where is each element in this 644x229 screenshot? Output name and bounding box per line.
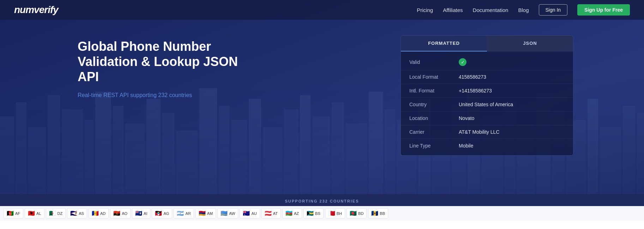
flag-code: AU: [251, 211, 257, 216]
result-row-valid: Valid ✓: [401, 54, 573, 70]
flag-emoji: 🇦🇮: [135, 210, 142, 217]
nav-blog[interactable]: Blog: [518, 7, 529, 13]
flag-item-ao[interactable]: 🇦🇴AO: [110, 208, 131, 218]
hero-section: Global Phone Number Validation & Lookup …: [0, 0, 644, 194]
hero-title: Global Phone Number Validation & Lookup …: [78, 39, 254, 85]
flag-emoji: 🇦🇹: [265, 210, 272, 217]
countries-flags-list: 🇦🇫AF🇦🇱AL🇩🇿DZ🇦🇸AS🇦🇩AD🇦🇴AO🇦🇮AI🇦🇬AG🇦🇷AR🇦🇲AM…: [0, 206, 644, 221]
signup-button[interactable]: Sign Up for Free: [577, 4, 630, 16]
nav-links: Pricing Affiliates Documentation Blog Si…: [417, 4, 630, 16]
countries-bar: SUPPORTING 232 COUNTRIES 🇦🇫AF🇦🇱AL🇩🇿DZ🇦🇸A…: [0, 194, 644, 221]
tab-json[interactable]: JSON: [487, 36, 573, 52]
flag-emoji: 🇦🇱: [28, 210, 35, 217]
flag-emoji: 🇧🇧: [371, 210, 378, 217]
value-intl-format: +14158586273: [459, 88, 492, 94]
flag-emoji: 🇩🇿: [49, 210, 56, 217]
flag-item-at[interactable]: 🇦🇹AT: [261, 208, 281, 218]
hero-text: Global Phone Number Validation & Lookup …: [78, 39, 254, 100]
flag-emoji: 🇦🇼: [221, 210, 228, 217]
flag-emoji: 🇦🇩: [92, 210, 99, 217]
flag-code: BB: [380, 211, 385, 216]
flag-item-bb[interactable]: 🇧🇧BB: [368, 208, 388, 218]
flag-code: DZ: [58, 211, 63, 216]
flag-code: AD: [100, 211, 106, 216]
flag-item-bd[interactable]: 🇧🇩BD: [347, 208, 367, 218]
flag-emoji: 🇦🇷: [177, 210, 184, 217]
flag-item-au[interactable]: 🇦🇺AU: [240, 208, 260, 218]
flag-item-ad[interactable]: 🇦🇩AD: [89, 208, 109, 218]
flag-code: AO: [122, 211, 127, 216]
nav-documentation[interactable]: Documentation: [473, 7, 508, 13]
flag-code: AG: [163, 211, 169, 216]
result-row-country: Country United States of America: [401, 98, 573, 112]
value-local-format: 4158586273: [459, 74, 486, 80]
flag-code: AM: [207, 211, 213, 216]
result-tabs: FORMATTED JSON: [401, 36, 573, 52]
value-carrier: AT&T Mobility LLC: [459, 129, 499, 135]
flag-item-bs[interactable]: 🇧🇸BS: [303, 208, 324, 218]
flag-code: BH: [337, 211, 342, 216]
result-card: FORMATTED JSON Valid ✓ Local Format 4158…: [401, 35, 573, 156]
flag-emoji: 🇦🇺: [243, 210, 250, 217]
nav-affiliates[interactable]: Affiliates: [443, 7, 463, 13]
flag-item-al[interactable]: 🇦🇱AL: [25, 208, 44, 218]
value-country: United States of America: [459, 102, 513, 107]
nav-pricing[interactable]: Pricing: [417, 7, 433, 13]
flag-emoji: 🇦🇫: [7, 210, 14, 217]
site-logo[interactable]: numverify: [14, 4, 58, 16]
result-row-location: Location Novato: [401, 112, 573, 125]
label-carrier: Carrier: [409, 129, 459, 135]
flag-item-aw[interactable]: 🇦🇼AW: [217, 208, 238, 218]
flag-code: AS: [79, 211, 84, 216]
flag-code: AW: [229, 211, 235, 216]
flag-code: BD: [358, 211, 363, 216]
hero-subtitle: Real-time REST API supporting 232 countr…: [78, 91, 254, 100]
countries-title: SUPPORTING 232 COUNTRIES: [0, 197, 644, 206]
label-line-type: Line Type: [409, 143, 459, 149]
flag-emoji: 🇧🇸: [307, 210, 314, 217]
flag-code: AI: [144, 211, 147, 216]
result-body: Valid ✓ Local Format 4158586273 Intl. Fo…: [401, 52, 573, 155]
flag-item-dz[interactable]: 🇩🇿DZ: [46, 208, 66, 218]
flag-emoji: 🇧🇭: [328, 210, 335, 217]
flag-code: AZ: [294, 211, 299, 216]
flag-emoji: 🇦🇸: [70, 210, 77, 217]
label-valid: Valid: [409, 59, 459, 65]
value-location: Novato: [459, 115, 474, 121]
label-local-format: Local Format: [409, 74, 459, 80]
flag-item-bh[interactable]: 🇧🇭BH: [325, 208, 345, 218]
flag-item-ar[interactable]: 🇦🇷AR: [174, 208, 194, 218]
flag-item-as[interactable]: 🇦🇸AS: [67, 208, 87, 218]
value-line-type: Mobile: [459, 143, 473, 149]
result-row-intl-format: Intl. Format +14158586273: [401, 84, 573, 98]
result-row-carrier: Carrier AT&T Mobility LLC: [401, 125, 573, 139]
result-row-local-format: Local Format 4158586273: [401, 70, 573, 84]
tab-formatted[interactable]: FORMATTED: [401, 36, 487, 52]
flag-emoji: 🇦🇲: [199, 210, 206, 217]
flag-emoji: 🇦🇴: [113, 210, 120, 217]
flag-item-af[interactable]: 🇦🇫AF: [4, 208, 23, 218]
hero-content: Global Phone Number Validation & Lookup …: [0, 0, 644, 156]
flag-item-ai[interactable]: 🇦🇮AI: [132, 208, 150, 218]
flag-code: AF: [15, 211, 20, 216]
flag-code: AL: [36, 211, 41, 216]
flag-emoji: 🇦🇬: [155, 210, 162, 217]
navbar: numverify Pricing Affiliates Documentati…: [0, 0, 644, 20]
flag-emoji: 🇦🇿: [285, 210, 293, 217]
signin-button[interactable]: Sign In: [539, 4, 568, 16]
label-location: Location: [409, 115, 459, 121]
valid-check-icon: ✓: [459, 58, 467, 66]
label-intl-format: Intl. Format: [409, 88, 459, 94]
flag-item-az[interactable]: 🇦🇿AZ: [282, 208, 302, 218]
flag-item-ag[interactable]: 🇦🇬AG: [152, 208, 172, 218]
result-row-line-type: Line Type Mobile: [401, 139, 573, 152]
flag-code: AT: [273, 211, 278, 216]
flag-emoji: 🇧🇩: [350, 210, 357, 217]
label-country: Country: [409, 102, 459, 107]
flag-code: BS: [315, 211, 320, 216]
flag-code: AR: [185, 211, 191, 216]
flag-item-am[interactable]: 🇦🇲AM: [195, 208, 216, 218]
